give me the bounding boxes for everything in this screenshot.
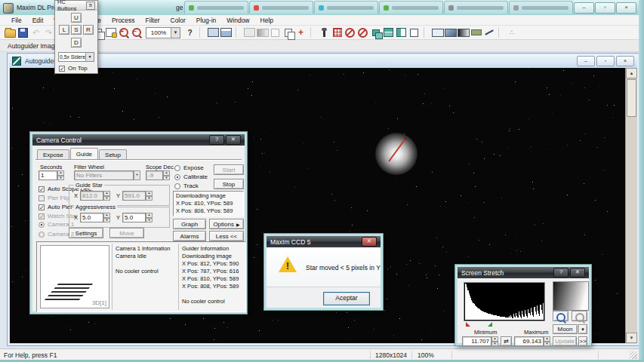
stretch-preset-button[interactable]: Moon [553, 324, 578, 334]
new-buffer-button[interactable]: + [294, 26, 307, 38]
scroll-down-icon[interactable]: ▼ [626, 333, 637, 343]
graph-button[interactable]: Graph [173, 219, 206, 229]
screen-stretch-window-button[interactable] [207, 26, 220, 38]
camera-control-help-button[interactable]: ? [209, 135, 224, 145]
resize-grip[interactable] [630, 351, 637, 359]
less-button[interactable]: Less << [209, 231, 244, 241]
browser-tab-6[interactable] [509, 1, 573, 14]
browser-tab-3[interactable] [314, 1, 378, 14]
minimum-marker-icon[interactable] [466, 322, 470, 327]
image-minimize-button[interactable]: – [577, 56, 595, 66]
update-button[interactable]: Update [553, 336, 577, 346]
hc-title-button[interactable]: B [86, 2, 95, 10]
hc-center-button[interactable]: S [71, 25, 82, 35]
screen-stretch-title-bar[interactable]: Screen Stretch ? ✕ [458, 267, 589, 278]
filter-wheel-combo[interactable]: No Filters ▼ [74, 170, 140, 180]
mode-radio-track[interactable]: Track [174, 183, 208, 189]
zoom-level-combo[interactable]: 100%▼ [146, 27, 180, 38]
ccd-control-button[interactable] [331, 26, 344, 38]
tab-expose[interactable]: Expose [37, 149, 69, 159]
swap-button[interactable]: ⇄ [501, 336, 512, 346]
histogram-zoom-in-button[interactable] [553, 311, 569, 321]
menu-plugin[interactable]: Plug-in [191, 16, 221, 25]
image-window-title-bar[interactable]: Autoguider Image – ▫ × [9, 55, 637, 67]
graph-line-button[interactable] [482, 26, 495, 38]
ccd-dialog-close-button[interactable]: ✕ [362, 237, 377, 247]
histogram-zoom-out-button[interactable] [572, 311, 587, 321]
camera-radio-camera1[interactable]: Camera 1 [39, 221, 74, 228]
guide-stop-1-button[interactable] [344, 26, 356, 38]
camera-radio-camera2[interactable]: Camera 2 [39, 231, 74, 238]
filter-wheel-dropdown-icon[interactable]: ▼ [134, 170, 140, 180]
camera-control-close-button[interactable]: ✕ [226, 135, 241, 145]
mode-radio-expose[interactable]: Expose [174, 164, 208, 171]
menu-file[interactable]: File [6, 16, 27, 25]
browser-tab-1[interactable] [184, 1, 248, 14]
start-button[interactable]: Start [214, 164, 244, 175]
vertical-scrollbar[interactable]: ▲ ▼ [625, 68, 637, 343]
hc-down-button[interactable]: D [71, 38, 82, 48]
screen-stretch-close-button[interactable]: ✕ [570, 268, 585, 278]
tab-guide[interactable]: Guide [70, 148, 98, 159]
mode-radio-calibrate[interactable]: Calibrate [174, 173, 208, 180]
browser-tab-5[interactable] [444, 1, 508, 14]
expand-button[interactable]: >> [578, 336, 587, 346]
scroll-up-icon[interactable]: ▲ [626, 68, 637, 78]
hc-buttons-title-bar[interactable]: HC Buttons B [55, 1, 97, 11]
zoom-out-button[interactable]: − [130, 26, 143, 38]
menu-color[interactable]: Color [165, 16, 191, 25]
open-button[interactable] [4, 26, 17, 38]
full-screen-button[interactable] [431, 26, 444, 38]
maximum-marker-icon[interactable] [488, 322, 492, 327]
guide-star-x-field[interactable]: 812.0 ▲▼ [80, 191, 110, 201]
image-close-button[interactable]: × [616, 56, 634, 66]
move-button[interactable]: Move [109, 228, 144, 238]
zoom-in-button[interactable]: + [117, 26, 130, 38]
mini-toolbar-button[interactable] [470, 26, 482, 38]
alarms-button[interactable]: Alarms [173, 231, 206, 241]
arrange-icons-button[interactable] [408, 26, 421, 38]
menu-process[interactable]: Process [106, 16, 140, 25]
zoom-dropdown-icon[interactable]: ▼ [171, 28, 180, 38]
seconds-spinner[interactable]: ▲▼ [57, 170, 64, 180]
image-view-button[interactable] [444, 26, 457, 38]
save-button[interactable] [17, 26, 29, 38]
menu-filter[interactable]: Filter [140, 16, 165, 25]
menu-window[interactable]: Window [221, 16, 254, 25]
hc-right-button[interactable]: R [83, 25, 94, 35]
scope-dec-field[interactable]: -9 ▲▼ [146, 170, 170, 180]
guide-star-y-field[interactable]: 591.0 ▲▼ [122, 191, 153, 201]
hc-left-button[interactable]: L [59, 25, 69, 35]
camera-control-title-bar[interactable]: Camera Control ? ✕ [32, 134, 245, 146]
aggressiveness-x-field[interactable]: 5.0 ▲▼ [80, 213, 110, 222]
ccd-dialog-title-bar[interactable]: MaxIm CCD 5 ✕ [267, 236, 381, 247]
on-top-checkbox[interactable]: ✓ On Top [59, 65, 88, 72]
properties-button[interactable] [104, 26, 117, 38]
copy-button[interactable] [282, 26, 294, 38]
information-window-button[interactable] [220, 26, 233, 38]
menu-help[interactable]: Help [255, 16, 279, 25]
tile-vertical-button[interactable] [395, 26, 408, 38]
menu-edit[interactable]: Edit [27, 16, 49, 25]
cascade-windows-button[interactable] [369, 26, 382, 38]
stretch-view-button[interactable] [457, 26, 470, 38]
minimum-field[interactable]: 11.707 ▲▼ [462, 336, 498, 346]
scope-dec-spinner[interactable]: ▲▼ [163, 170, 170, 180]
browser-tab-4[interactable] [379, 1, 443, 14]
seconds-field[interactable]: 1 ▲▼ [39, 170, 64, 180]
tile-horizontal-button[interactable] [382, 26, 395, 38]
hc-up-button[interactable]: U [71, 13, 82, 23]
screen-stretch-help-button[interactable]: ? [553, 268, 569, 278]
maximum-field[interactable]: 69.143 ▲▼ [514, 336, 550, 346]
options-button[interactable]: Options▶ [209, 219, 244, 229]
close-button[interactable]: × [616, 2, 636, 14]
guide-rate-combo[interactable]: 0,5x Siderea▼ [58, 52, 94, 62]
browser-tab-2[interactable] [249, 1, 313, 14]
tab-setup[interactable]: Setup [99, 149, 127, 159]
accept-button[interactable]: Aceptar [323, 292, 370, 305]
preset-dropdown-icon[interactable]: ▼ [578, 324, 587, 334]
minimize-button[interactable]: – [574, 2, 594, 14]
stop-button[interactable]: Stop [214, 179, 244, 189]
align-points-button[interactable]: ∴ [506, 26, 519, 38]
context-help-button[interactable]: ? [183, 26, 196, 38]
